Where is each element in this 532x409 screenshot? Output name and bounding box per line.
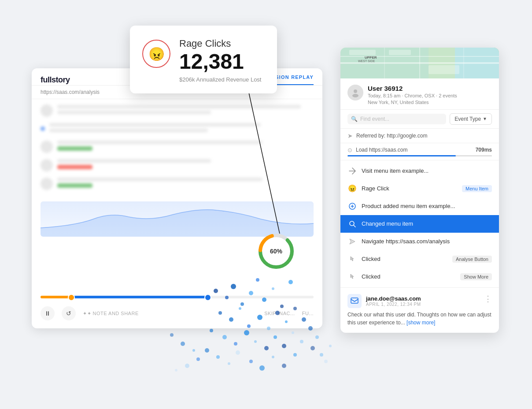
load-row: ⊙ Load https://saas.com 709ms xyxy=(340,143,499,160)
svg-text:UPPER: UPPER xyxy=(365,56,377,59)
load-text: Load https://saas.com xyxy=(356,147,407,153)
blurred-row-2 xyxy=(41,123,314,134)
navigate-icon-2 xyxy=(347,237,357,246)
event-item-visit[interactable]: Visit menu item example... xyxy=(340,162,499,180)
svg-point-38 xyxy=(216,355,220,359)
svg-rect-66 xyxy=(429,65,459,74)
svg-point-33 xyxy=(292,331,294,334)
comment-header: jane.doe@saas.com APRIL 1, 2022, 12:34 P… xyxy=(347,294,492,308)
click-icon-1 xyxy=(347,254,357,264)
user-location: New York, NY, United States xyxy=(368,100,457,105)
right-panel: UPPER WEST SIDE User 36912 Today, 8:15 a… xyxy=(340,48,499,333)
svg-point-50 xyxy=(185,364,189,368)
search-bar: 🔍 Find event... Event Type ▼ xyxy=(340,110,499,129)
blurred-row-1 xyxy=(41,104,314,117)
event-label-navigate: Navigate https://saas.com/analysis xyxy=(362,238,492,245)
referred-icon: ➤ xyxy=(347,132,353,139)
rage-icon-circle: 😠 xyxy=(142,40,170,68)
svg-point-39 xyxy=(228,362,230,365)
svg-rect-65 xyxy=(389,50,411,55)
user-name: User 36912 xyxy=(368,85,457,92)
replay-button[interactable]: ↺ xyxy=(62,306,76,320)
blur-line xyxy=(57,178,262,181)
svg-point-54 xyxy=(329,345,332,347)
load-label: ⊙ Load https://saas.com xyxy=(347,147,407,153)
event-label-product: Product added menu item example... xyxy=(362,203,492,209)
note-share-label: ✦✦ NOTE AND SHARE xyxy=(83,311,139,316)
event-label-visit: Visit menu item example... xyxy=(362,167,492,174)
svg-point-51 xyxy=(175,369,177,372)
blurred-row-4 xyxy=(41,159,314,171)
timeline-dot-orange xyxy=(68,294,75,301)
svg-point-43 xyxy=(272,356,274,358)
svg-point-30 xyxy=(264,346,269,350)
svg-point-42 xyxy=(259,365,265,371)
event-label-rage: Rage Click xyxy=(362,185,458,192)
session-controls[interactable]: ⏸ ↺ ✦✦ NOTE AND SHARE SKIP INAC... FU... xyxy=(41,306,314,320)
svg-rect-74 xyxy=(351,298,358,303)
event-item-clicked1[interactable]: Clicked Analyse Button xyxy=(340,250,499,268)
session-panel: fullstory SESSION REPLAY https://saas.co… xyxy=(32,68,322,328)
load-icon: ⊙ xyxy=(347,147,352,153)
load-bar xyxy=(347,155,492,156)
svg-point-26 xyxy=(222,335,227,339)
search-input-container[interactable]: 🔍 Find event... xyxy=(347,114,446,124)
svg-point-49 xyxy=(196,357,200,361)
event-item-changed[interactable]: Changed menu item xyxy=(340,215,499,233)
chevron-down-icon: ▼ xyxy=(483,116,487,121)
load-bar-fill xyxy=(347,155,456,156)
session-content xyxy=(32,99,322,201)
referred-row: ➤ Referred by: http://google.com xyxy=(340,129,499,143)
comment-date: APRIL 1, 2022, 12:34 PM xyxy=(366,302,421,307)
search-placeholder: Find event... xyxy=(360,116,389,122)
blur-line xyxy=(49,123,261,126)
event-label-clicked1: Clicked xyxy=(362,256,448,262)
comment-email: jane.doe@saas.com xyxy=(366,295,421,302)
avatar-icon xyxy=(351,88,360,97)
blur-lines xyxy=(57,159,314,171)
blur-circle xyxy=(41,141,53,153)
rage-tooltip-count: 12,381 xyxy=(179,50,261,74)
show-more-link[interactable]: [show more] xyxy=(406,320,435,326)
session-donut: 60% xyxy=(256,231,296,271)
user-meta: Today, 8:15 am · Chrome, OSX · 2 events xyxy=(368,92,457,100)
event-type-label: Event Type xyxy=(454,116,481,122)
event-item-product[interactable]: Product added menu item example... xyxy=(340,197,499,215)
blur-line-green xyxy=(57,183,92,188)
blurred-row-3 xyxy=(41,141,314,153)
comment-icon xyxy=(347,294,362,308)
event-label-clicked2: Clicked xyxy=(362,273,456,280)
svg-rect-64 xyxy=(349,50,376,55)
load-time: 709ms xyxy=(476,147,492,153)
click-icon-2 xyxy=(347,272,357,282)
comment-sender-row: jane.doe@saas.com APRIL 1, 2022, 12:34 P… xyxy=(347,294,421,308)
blur-circle xyxy=(41,178,53,190)
rage-tooltip-subtitle: $206k Annualized Revenue Lost xyxy=(179,76,261,83)
svg-point-55 xyxy=(324,360,328,363)
event-item-navigate[interactable]: Navigate https://saas.com/analysis xyxy=(340,233,499,250)
rage-clicks-tooltip: 😠 Rage Clicks 12,381 $206k Annualized Re… xyxy=(130,26,277,93)
event-item-clicked2[interactable]: Clicked Show More xyxy=(340,268,499,286)
message-icon xyxy=(351,297,358,305)
rage-tooltip-title: Rage Clicks xyxy=(179,38,261,49)
search-icon: 🔍 xyxy=(351,116,358,122)
blur-circle xyxy=(41,104,53,117)
timeline-dot-blue xyxy=(204,294,211,301)
expand-icon xyxy=(347,201,357,211)
comment-sender-info: jane.doe@saas.com APRIL 1, 2022, 12:34 P… xyxy=(366,295,421,307)
blur-line xyxy=(57,111,211,114)
comment-menu-button[interactable]: ⋮ xyxy=(484,294,492,304)
blur-line xyxy=(49,129,208,132)
svg-text:60%: 60% xyxy=(270,248,283,255)
search-event-icon xyxy=(347,219,357,229)
svg-point-45 xyxy=(293,353,297,357)
rage-tooltip-content: Rage Clicks 12,381 $206k Annualized Reve… xyxy=(179,38,261,83)
svg-point-29 xyxy=(254,340,257,343)
user-info-section: User 36912 Today, 8:15 am · Chrome, OSX … xyxy=(340,78,499,110)
pause-button[interactable]: ⏸ xyxy=(41,306,55,320)
svg-point-34 xyxy=(300,340,303,343)
svg-point-37 xyxy=(205,348,209,353)
event-type-button[interactable]: Event Type ▼ xyxy=(450,113,492,125)
navigate-icon xyxy=(347,166,357,176)
event-item-rage[interactable]: 😠 Rage Click Menu Item xyxy=(340,180,499,197)
